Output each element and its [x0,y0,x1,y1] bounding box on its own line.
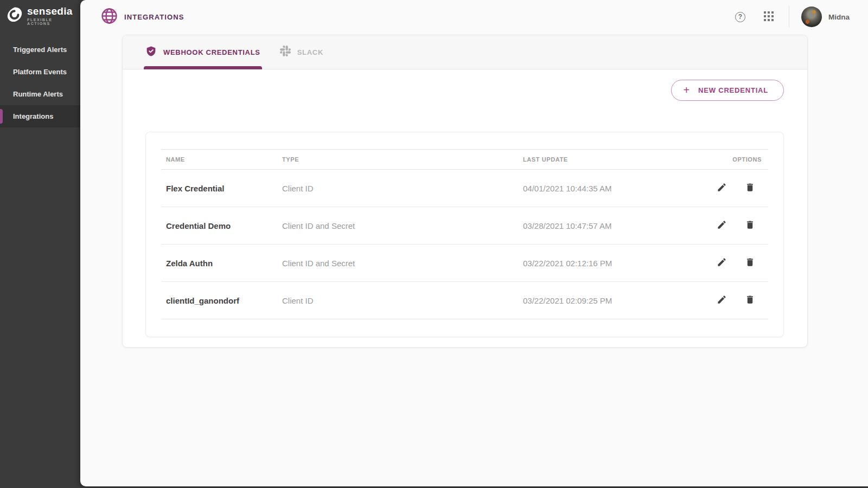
credential-name: Zelda Authn [161,259,282,268]
sidebar-item-runtime-alerts[interactable]: Runtime Alerts [0,83,80,105]
column-header-name: NAME [161,156,282,163]
column-header-last-update: LAST UPDATE [523,156,692,163]
trash-icon [745,257,755,269]
edit-button[interactable] [716,293,728,307]
tab-slack[interactable]: SLACK [278,35,325,69]
credential-type: Client ID [282,184,523,193]
delete-button[interactable] [744,293,756,307]
row-actions [692,219,768,233]
table-row: Zelda Authn Client ID and Secret 03/22/2… [161,245,768,282]
column-header-type: TYPE [282,156,523,163]
table-row: Credential Demo Client ID and Secret 03/… [161,207,768,245]
plus-icon: + [684,85,690,95]
delete-button[interactable] [744,256,756,270]
new-credential-button[interactable]: + NEW CREDENTIAL [671,80,784,101]
page-title: INTEGRATIONS [124,13,184,21]
credential-name: Flex Credential [161,184,282,193]
delete-button[interactable] [744,219,756,233]
apps-grid-button[interactable] [764,11,774,23]
pencil-icon [717,257,727,269]
brand-tagline: FLEXIBLE ACTIONS [27,18,77,25]
tab-label: WEBHOOK CREDENTIALS [163,48,260,56]
credential-type: Client ID [282,296,523,305]
main-surface: INTEGRATIONS ? Midna [80,0,868,486]
new-credential-label: NEW CREDENTIAL [698,86,768,94]
sidebar-item-platform-events[interactable]: Platform Events [0,61,80,83]
globe-icon [101,8,118,27]
edit-button[interactable] [716,219,728,233]
brand-text: sensedia FLEXIBLE ACTIONS [27,6,77,25]
sidebar-item-integrations[interactable]: Integrations [0,105,80,127]
question-mark-icon: ? [738,13,742,21]
apps-grid-icon [764,11,774,23]
sidebar-item-label: Runtime Alerts [13,90,63,98]
table-row: clientId_ganondorf Client ID 03/22/2021 … [161,282,768,319]
help-button[interactable]: ? [735,12,745,22]
topbar: INTEGRATIONS ? Midna [80,0,868,34]
credential-last-update: 03/28/2021 10:47:57 AM [523,221,692,230]
delete-button[interactable] [744,181,756,195]
sidebar-item-label: Triggered Alerts [13,46,67,54]
credential-type: Client ID and Secret [282,221,523,230]
credential-name: Credential Demo [161,221,282,230]
pencil-icon [717,294,727,306]
credential-type: Client ID and Secret [282,259,523,268]
pencil-icon [717,220,727,232]
trash-icon [745,220,755,232]
sidebar-nav: Triggered Alerts Platform Events Runtime… [0,38,80,127]
trash-icon [745,294,755,306]
row-actions [692,256,768,270]
trash-icon [745,182,755,194]
tab-webhook-credentials[interactable]: WEBHOOK CREDENTIALS [144,35,262,69]
user-name: Midna [828,13,850,21]
edit-button[interactable] [716,256,728,270]
header-divider [789,6,789,28]
credentials-table: NAME TYPE LAST UPDATE OPTIONS Flex Crede… [146,132,783,319]
sidebar-item-triggered-alerts[interactable]: Triggered Alerts [0,38,80,61]
column-header-options: OPTIONS [692,156,768,163]
brand-name: sensedia [27,6,77,16]
shield-check-icon [145,46,157,59]
credential-last-update: 03/22/2021 02:12:16 PM [523,259,692,268]
table-row: Flex Credential Client ID 04/01/2021 10:… [161,170,768,207]
user-avatar[interactable] [801,7,822,27]
row-actions [692,181,768,195]
sidebar-item-label: Platform Events [13,68,67,76]
edit-button[interactable] [716,181,728,195]
sidebar-item-label: Integrations [13,112,53,120]
row-actions [692,293,768,307]
table-header-row: NAME TYPE LAST UPDATE OPTIONS [161,149,768,170]
credential-name: clientId_ganondorf [161,296,282,305]
sensedia-logo-icon [7,7,23,25]
tab-label: SLACK [297,48,323,56]
toolbar-row: + NEW CREDENTIAL [145,80,784,101]
sidebar: sensedia FLEXIBLE ACTIONS Triggered Aler… [0,0,80,488]
topbar-right: ? Midna [735,6,850,28]
integrations-panel: WEBHOOK CREDENTIALS SLACK [122,35,808,348]
brand-logo[interactable]: sensedia FLEXIBLE ACTIONS [0,0,80,31]
credential-last-update: 04/01/2021 10:44:35 AM [523,184,692,193]
credentials-table-card: NAME TYPE LAST UPDATE OPTIONS Flex Crede… [145,132,784,337]
topbar-left: INTEGRATIONS [101,8,184,27]
credential-last-update: 03/22/2021 02:09:25 PM [523,296,692,305]
tab-strip: WEBHOOK CREDENTIALS SLACK [123,35,807,69]
pencil-icon [717,182,727,194]
slack-icon [280,46,291,59]
webhook-credentials-content: + NEW CREDENTIAL NAME TYPE LAST UPDATE O… [123,69,807,337]
